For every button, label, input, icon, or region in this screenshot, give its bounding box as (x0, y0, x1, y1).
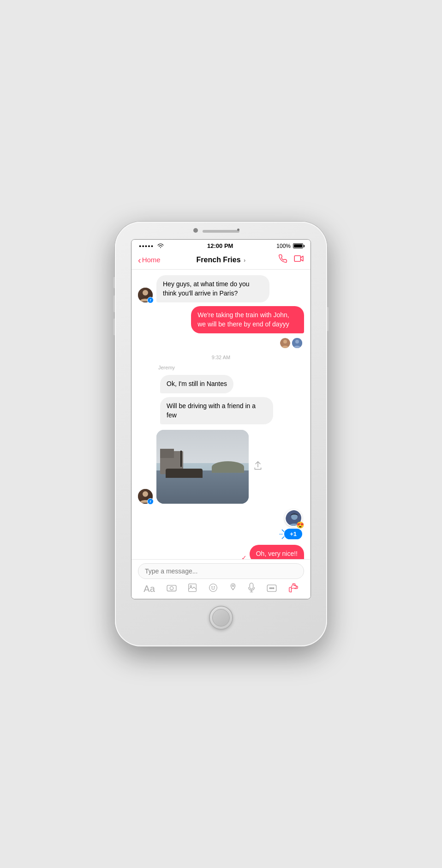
volume-down-button (113, 319, 115, 335)
location-icon[interactable] (229, 583, 237, 595)
more-icon[interactable] (267, 584, 277, 594)
clock: 12:00 PM (207, 242, 233, 249)
speaker (203, 230, 239, 233)
svg-line-11 (282, 530, 284, 532)
thumbs-up-icon[interactable] (288, 583, 299, 595)
message-input[interactable] (138, 563, 304, 579)
emoji-icon[interactable] (209, 583, 218, 595)
camera (193, 228, 198, 233)
svg-point-21 (214, 587, 215, 588)
image-bubble[interactable] (156, 430, 249, 504)
svg-point-27 (269, 588, 271, 589)
sensor-dot (237, 229, 239, 231)
avatar: f (138, 288, 153, 302)
svg-point-6 (143, 491, 148, 497)
phone-frame: ●●●●● 12:00 PM 100% ‹ (115, 222, 327, 646)
chat-area: f Hey guys, at what time do you think yo… (131, 270, 311, 559)
tree-shape (212, 461, 244, 473)
signal-dots: ●●●●● (139, 244, 154, 248)
home-button-inner (212, 609, 230, 627)
camera-icon[interactable] (167, 584, 177, 594)
plus-one-text: +1 (284, 529, 302, 539)
message-row-sent: We're taking the train with John, we wil… (138, 306, 304, 333)
check-icon: ✓ (241, 554, 247, 559)
svg-point-29 (273, 588, 274, 589)
video-call-icon[interactable] (294, 255, 304, 265)
timestamp-text: 9:32 AM (212, 355, 230, 360)
volume-up-button (113, 295, 115, 312)
conversation-title[interactable]: French Fries › (170, 256, 272, 264)
svg-point-22 (232, 585, 234, 587)
reaction-avatar-container: 😍 (285, 509, 302, 527)
message-text-3: Ok, I'm still in Nantes (167, 380, 227, 387)
messenger-badge-2: f (147, 498, 154, 505)
svg-rect-23 (250, 583, 253, 589)
message-text: Hey guys, at what time do you think you'… (163, 280, 250, 297)
image-message-row: f (138, 430, 304, 504)
oh-very-nice-text: Oh, very nice!! (256, 550, 298, 557)
svg-point-20 (212, 587, 213, 588)
svg-point-18 (190, 585, 191, 587)
input-area: Aa (131, 559, 311, 599)
svg-point-3 (283, 340, 287, 344)
message-bubble-3: Ok, I'm still in Nantes (160, 375, 233, 393)
phone-call-icon[interactable] (278, 254, 287, 265)
back-label: Home (142, 256, 161, 264)
final-sent-row: ✓ Oh, very nice!! (138, 545, 304, 559)
receipt-avatar-2 (292, 338, 302, 348)
message-text-4: Will be driving with a friend in a few (167, 402, 256, 419)
avatar-jeremy-2: f (138, 489, 153, 504)
nav-bar: ‹ Home French Fries › (131, 251, 311, 270)
title-chevron-icon: › (244, 257, 245, 264)
phone-screen: ●●●●● 12:00 PM 100% ‹ (131, 239, 311, 599)
power-button (327, 307, 329, 331)
back-arrow-icon: ‹ (138, 255, 141, 265)
back-button[interactable]: ‹ Home (138, 255, 170, 265)
message-bubble-sent: We're taking the train with John, we wil… (191, 306, 304, 333)
plus-one-badge[interactable]: +1 (284, 529, 302, 539)
wifi-icon (157, 243, 164, 249)
messenger-badge: f (147, 297, 154, 303)
message-row-4: Will be driving with a friend in a few (138, 397, 304, 424)
battery-percent: 100% (276, 243, 291, 249)
svg-line-12 (282, 536, 284, 539)
timestamp: 9:32 AM (138, 355, 304, 360)
svg-point-19 (209, 584, 217, 592)
battery-icon (293, 243, 303, 248)
message-row: f Hey guys, at what time do you think yo… (138, 275, 304, 302)
roof-shape (160, 449, 174, 458)
oh-very-nice-bubble: Oh, very nice!! (250, 545, 304, 559)
battery-area: 100% (276, 243, 303, 249)
home-button[interactable] (209, 606, 233, 630)
microphone-icon[interactable] (248, 583, 255, 595)
status-bar: ●●●●● 12:00 PM 100% (131, 240, 311, 251)
signal-area: ●●●●● (139, 243, 164, 249)
reaction-row: 😍 +1 (138, 509, 304, 539)
image-placeholder (156, 430, 249, 504)
read-receipts (138, 338, 302, 348)
mast-shape (180, 451, 182, 467)
message-row-3: Ok, I'm still in Nantes (138, 375, 304, 393)
svg-point-16 (170, 586, 173, 590)
svg-rect-0 (294, 256, 300, 261)
sender-name-text: Jeremy (158, 365, 175, 370)
message-bubble-4: Will be driving with a friend in a few (160, 397, 273, 424)
svg-point-5 (295, 340, 299, 344)
sender-name: Jeremy (158, 365, 304, 370)
gallery-icon[interactable] (188, 583, 197, 595)
svg-point-1 (143, 290, 148, 295)
share-icon[interactable] (253, 461, 263, 473)
boat-shape (166, 469, 203, 478)
message-bubble: Hey guys, at what time do you think you'… (156, 275, 269, 302)
svg-point-28 (271, 588, 273, 589)
toolbar: Aa (138, 579, 304, 597)
nav-actions (272, 254, 304, 265)
receipt-avatar (280, 338, 290, 348)
mute-button (113, 277, 115, 288)
message-text: We're taking the train with John, we wil… (197, 311, 289, 328)
svg-rect-15 (167, 585, 176, 591)
text-style-icon[interactable]: Aa (143, 584, 155, 594)
